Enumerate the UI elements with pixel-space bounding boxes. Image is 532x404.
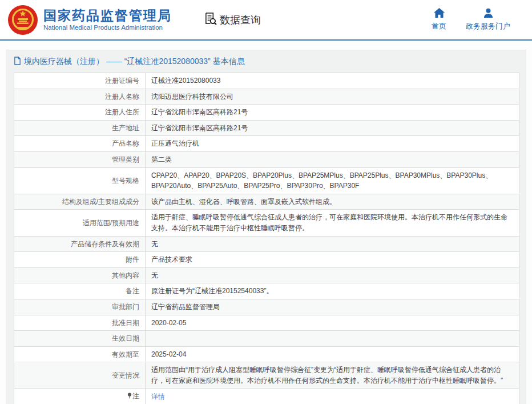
table-row: 生效日期 <box>14 331 519 347</box>
row-label-text: 有效期至 <box>112 350 139 358</box>
row-value-text: 产品技术要求 <box>151 255 192 263</box>
table-row: 结构及组成/主要组成成分该产品由主机、湿化器、呼吸管路、面罩及嵌入式软件组成。 <box>14 194 519 210</box>
row-label: 批准日期 <box>14 315 146 331</box>
row-value-text: 沈阳迈思医疗科技有限公司 <box>151 93 233 101</box>
row-label: 注册证编号 <box>14 73 146 89</box>
data-query-label: 数据查询 <box>220 13 261 27</box>
row-label-text: 结构及组成/主要组成成分 <box>62 198 139 206</box>
table-row: 变更情况适用范围由“用于治疗成人阻塞型睡眠呼吸暂停综合征”变更为“适用于鼾症、睡… <box>14 362 519 389</box>
row-label: 注册人住所 <box>14 105 146 121</box>
row-label-text: 其他内容 <box>112 271 139 279</box>
table-row: 审批部门辽宁省药品监督管理局 <box>14 299 519 315</box>
gov-portal-link[interactable]: 政务服务门户 <box>466 7 510 31</box>
row-label-text: 变更情况 <box>112 371 139 379</box>
row-label: 结构及组成/主要组成成分 <box>14 194 146 210</box>
row-label: 适用范围/预期用途 <box>14 210 146 236</box>
table-row: 产品储存条件及有效期无 <box>14 236 519 252</box>
table-row: 附件产品技术要求 <box>14 252 519 268</box>
row-label-text: 批准日期 <box>112 319 139 327</box>
row-value-text: 该产品由主机、湿化器、呼吸管路、面罩及嵌入式软件组成。 <box>151 198 336 206</box>
row-label: 注册人名称 <box>14 89 146 105</box>
row-label: 备注 <box>14 283 146 299</box>
row-value-text: 2020-02-05 <box>151 319 186 327</box>
row-value: 详情 <box>146 389 519 404</box>
row-label-text: 注册证编号 <box>105 77 139 85</box>
row-label-text: 适用范围/预期用途 <box>83 219 139 227</box>
site-subtitle: National Medical Products Administration <box>43 24 172 31</box>
table-row: 适用范围/预期用途适用于鼾症、睡眠呼吸暂停低通气综合征成人患者的治疗，可在家庭和… <box>14 210 519 236</box>
row-label: 有效期至 <box>14 346 146 362</box>
document-icon <box>14 57 21 67</box>
row-label-text: 管理类别 <box>112 155 139 163</box>
row-value-text: 正压通气治疗机 <box>151 139 199 147</box>
home-link-label: 首页 <box>432 21 446 31</box>
row-value-text: 适用于鼾症、睡眠呼吸暂停低通气综合征成人患者的治疗，可在家庭和医院环境使用。本治… <box>151 213 507 232</box>
row-value: 2025-02-04 <box>146 346 519 362</box>
row-label: 生产地址 <box>14 120 146 136</box>
row-label-text: 产品名称 <box>112 139 139 147</box>
home-link[interactable]: 首页 <box>432 7 446 31</box>
row-value: 2020-02-05 <box>146 315 519 331</box>
page-header: 国家药品监督管理局 National Medical Products Admi… <box>0 0 532 41</box>
breadcrumb: 境内医疗器械（注册） —— “辽械注准20152080033” 基本信息 <box>6 50 526 73</box>
row-label-text: 生效日期 <box>112 334 139 342</box>
row-value-text: 辽宁省药品监督管理局 <box>151 303 220 311</box>
row-label: 审批部门 <box>14 299 146 315</box>
data-query-nav[interactable]: 数据查询 <box>203 11 261 28</box>
row-value <box>146 331 519 347</box>
breadcrumb-text: 境内医疗器械（注册） —— “辽械注准20152080033” 基本信息 <box>24 57 245 67</box>
row-value-text: 辽宁省沈阳市浑南区高科路21号 <box>151 108 248 116</box>
row-label-text: 注册人住所 <box>105 108 139 116</box>
row-value: 适用范围由“用于治疗成人阻塞型睡眠呼吸暂停综合征”变更为“适用于鼾症、睡眠呼吸暂… <box>146 362 519 389</box>
row-value: 辽宁省沈阳市浑南区高科路21号 <box>146 105 519 121</box>
row-label: 型号规格 <box>14 167 146 194</box>
row-value: 辽宁省沈阳市浑南区高科路21号 <box>146 120 519 136</box>
table-row: 管理类别第二类 <box>14 151 519 167</box>
details-link[interactable]: 详情 <box>151 393 165 401</box>
gov-portal-link-label: 政务服务门户 <box>466 21 510 31</box>
row-value: 沈阳迈思医疗科技有限公司 <box>146 89 519 105</box>
row-label-text: 附件 <box>126 255 139 263</box>
row-label: 其他内容 <box>14 267 146 283</box>
row-value: 产品技术要求 <box>146 252 519 268</box>
table-row: 型号规格CPAP20、APAP20、BPAP20S、BPAP20Plus、BPA… <box>14 167 519 194</box>
row-label: 附件 <box>14 252 146 268</box>
row-value: 适用于鼾症、睡眠呼吸暂停低通气综合征成人患者的治疗，可在家庭和医院环境使用。本治… <box>146 210 519 236</box>
row-label: 生效日期 <box>14 331 146 347</box>
pin-icon <box>127 391 132 402</box>
user-icon <box>482 7 494 19</box>
row-value: CPAP20、APAP20、BPAP20S、BPAP20Plus、BPAP25M… <box>146 167 519 194</box>
row-value-text: CPAP20、APAP20、BPAP20S、BPAP20Plus、BPAP25M… <box>151 171 492 190</box>
top-links: 首页 政务服务门户 <box>432 7 510 31</box>
table-row: 备注原注册证号为“辽械注准20152540033”。 <box>14 283 519 299</box>
national-emblem-icon <box>8 5 38 35</box>
table-row: 注册人住所辽宁省沈阳市浑南区高科路21号 <box>14 105 519 121</box>
row-value: 辽械注准20152080033 <box>146 73 519 89</box>
row-label-text: 注 <box>132 392 139 400</box>
row-label-text: 注册人名称 <box>105 93 139 101</box>
table-row: 产品名称正压通气治疗机 <box>14 136 519 152</box>
row-label: 注 <box>14 389 146 404</box>
row-value: 该产品由主机、湿化器、呼吸管路、面罩及嵌入式软件组成。 <box>146 194 519 210</box>
table-row: 生产地址辽宁省沈阳市浑南区高科路21号 <box>14 120 519 136</box>
row-value-text: 辽械注准20152080033 <box>151 77 220 85</box>
row-value-text: 辽宁省沈阳市浑南区高科路21号 <box>151 124 248 132</box>
row-value: 无 <box>146 267 519 283</box>
row-label: 产品名称 <box>14 136 146 152</box>
row-value-text: 无 <box>151 271 158 279</box>
table-row: 有效期至2025-02-04 <box>14 346 519 362</box>
row-value-text: 无 <box>151 240 158 248</box>
row-label-text: 备注 <box>126 287 139 295</box>
row-value: 原注册证号为“辽械注准20152540033”。 <box>146 283 519 299</box>
brand-text: 国家药品监督管理局 National Medical Products Admi… <box>43 9 172 31</box>
site-title: 国家药品监督管理局 <box>43 9 172 23</box>
row-value: 第二类 <box>146 151 519 167</box>
row-label-text: 生产地址 <box>112 124 139 132</box>
row-label: 产品储存条件及有效期 <box>14 236 146 252</box>
row-label: 变更情况 <box>14 362 146 389</box>
row-label-text: 产品储存条件及有效期 <box>71 240 139 248</box>
home-icon <box>433 7 445 19</box>
table-row: 其他内容无 <box>14 267 519 283</box>
row-value: 正压通气治疗机 <box>146 136 519 152</box>
row-value-text: 原注册证号为“辽械注准20152540033”。 <box>151 287 273 295</box>
